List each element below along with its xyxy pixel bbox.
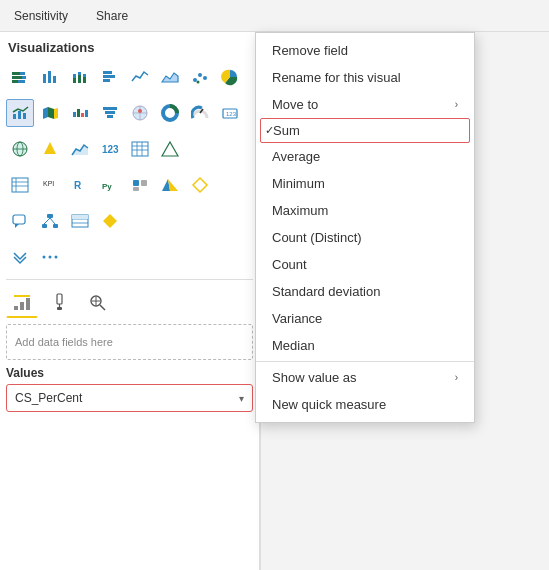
menu-item-label: Standard deviation: [272, 284, 380, 299]
svg-rect-62: [141, 180, 147, 186]
svg-rect-5: [18, 80, 25, 83]
field-pill[interactable]: CS_PerCent ▾: [6, 384, 253, 412]
svg-point-19: [193, 78, 197, 82]
viz-line-area[interactable]: [66, 135, 94, 163]
viz-line-chart[interactable]: [126, 63, 154, 91]
menu-show-value-as[interactable]: Show value as ›: [256, 364, 474, 391]
viz-chevrons[interactable]: [6, 243, 34, 271]
viz-custom[interactable]: [96, 207, 124, 235]
menu-rename[interactable]: Rename for this visual: [256, 64, 474, 91]
svg-rect-6: [43, 74, 46, 83]
svg-marker-68: [15, 224, 19, 228]
viz-pie-chart[interactable]: [216, 63, 244, 91]
menu-item-label: Sum: [273, 123, 300, 138]
viz-bar-chart[interactable]: [96, 63, 124, 91]
svg-marker-53: [162, 142, 178, 156]
viz-kpi[interactable]: KPI: [36, 171, 64, 199]
viz-gauge[interactable]: [186, 99, 214, 127]
viz-scatter[interactable]: [186, 63, 214, 91]
format-paint-icon[interactable]: [44, 286, 76, 318]
viz-diamond[interactable]: [186, 171, 214, 199]
svg-rect-30: [85, 110, 88, 117]
viz-map2[interactable]: [156, 171, 184, 199]
svg-point-21: [203, 76, 207, 80]
svg-rect-77: [72, 215, 88, 219]
svg-line-73: [50, 218, 55, 224]
viz-grid-3: 123: [6, 135, 253, 163]
viz-more[interactable]: [36, 243, 64, 271]
menu-item-label: Count: [272, 257, 307, 272]
viz-line-column[interactable]: [6, 99, 34, 127]
viz-decomp[interactable]: [36, 207, 64, 235]
menu-count[interactable]: Count: [256, 251, 474, 278]
viz-map[interactable]: [126, 99, 154, 127]
submenu-arrow: ›: [455, 99, 458, 110]
menu-count-distinct[interactable]: Count (Distinct): [256, 224, 474, 251]
svg-rect-16: [103, 75, 115, 78]
viz-py-visual[interactable]: Py: [96, 171, 124, 199]
context-menu: Remove field Rename for this visual Move…: [255, 32, 475, 423]
svg-rect-8: [53, 76, 56, 83]
menu-item-label: Remove field: [272, 43, 348, 58]
build-visual-icon[interactable]: [6, 286, 38, 318]
menu-remove-field[interactable]: Remove field: [256, 37, 474, 64]
svg-point-20: [198, 73, 202, 77]
viz-stacked-bar[interactable]: [6, 63, 34, 91]
menu-average[interactable]: Average: [256, 143, 474, 170]
viz-card[interactable]: 123: [216, 99, 244, 127]
viz-triangle[interactable]: [156, 135, 184, 163]
svg-rect-84: [26, 298, 30, 310]
svg-rect-82: [14, 306, 18, 310]
viz-table2[interactable]: [66, 207, 94, 235]
svg-rect-29: [81, 113, 84, 117]
menu-sum[interactable]: Sum: [260, 118, 470, 143]
menu-std-dev[interactable]: Standard deviation: [256, 278, 474, 305]
svg-rect-48: [132, 142, 148, 156]
viz-waterfall[interactable]: [66, 99, 94, 127]
viz-area-chart[interactable]: [156, 63, 184, 91]
viz-number[interactable]: 123: [96, 135, 124, 163]
viz-shapes[interactable]: [36, 135, 64, 163]
svg-text:R: R: [74, 180, 82, 191]
menu-item-label: Show value as: [272, 370, 357, 385]
viz-grid: [6, 63, 253, 91]
viz-donut[interactable]: [156, 99, 184, 127]
menu-divider: [256, 361, 474, 362]
svg-rect-2: [12, 76, 22, 79]
analytics-search-icon[interactable]: [82, 286, 114, 318]
menu-item-label: Minimum: [272, 176, 325, 191]
menu-new-quick-measure[interactable]: New quick measure: [256, 391, 474, 418]
viz-globe[interactable]: [6, 135, 34, 163]
svg-line-72: [44, 218, 50, 224]
viz-empty1[interactable]: [126, 171, 154, 199]
panel-title: Visualizations: [6, 40, 253, 55]
menu-maximum[interactable]: Maximum: [256, 197, 474, 224]
svg-marker-18: [162, 73, 178, 82]
menu-item-label: New quick measure: [272, 397, 386, 412]
menu-variance[interactable]: Variance: [256, 305, 474, 332]
submenu-arrow2: ›: [455, 372, 458, 383]
svg-rect-15: [103, 71, 112, 74]
viz-grid-4: KPI R Py: [6, 171, 253, 199]
menu-minimum[interactable]: Minimum: [256, 170, 474, 197]
svg-rect-83: [20, 302, 24, 310]
viz-speech[interactable]: [6, 207, 34, 235]
menu-median[interactable]: Median: [256, 332, 474, 359]
share-button[interactable]: Share: [92, 7, 132, 25]
viz-funnel[interactable]: [96, 99, 124, 127]
viz-grid-6: [6, 243, 253, 271]
svg-rect-13: [83, 77, 86, 83]
values-label: Values: [6, 366, 253, 380]
svg-text:Py: Py: [102, 182, 112, 191]
sensitivity-button[interactable]: Sensitivity: [10, 7, 72, 25]
svg-point-80: [49, 256, 52, 259]
viz-stacked-column[interactable]: [66, 63, 94, 91]
menu-move-to[interactable]: Move to ›: [256, 91, 474, 118]
svg-rect-61: [133, 180, 139, 186]
viz-table[interactable]: [126, 135, 154, 163]
viz-matrix[interactable]: [6, 171, 34, 199]
svg-rect-88: [57, 307, 62, 310]
viz-ribbon[interactable]: [36, 99, 64, 127]
viz-column-chart[interactable]: [36, 63, 64, 91]
viz-r-visual[interactable]: R: [66, 171, 94, 199]
